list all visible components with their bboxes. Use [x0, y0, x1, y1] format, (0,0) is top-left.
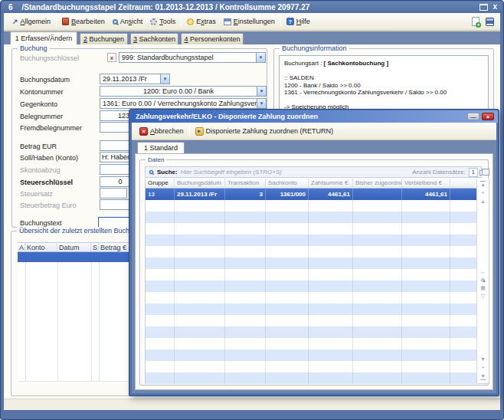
table-cell: [309, 269, 353, 281]
menu-item-tools[interactable]: Tools: [146, 16, 179, 27]
table-cell: [146, 258, 175, 269]
column-header[interactable]: Transaktion: [225, 179, 266, 188]
table-cell: [175, 315, 225, 326]
clear-icon[interactable]: x: [107, 53, 116, 62]
table-cell: [402, 326, 450, 338]
table-row[interactable]: [146, 246, 478, 258]
tab-4[interactable]: 4 Personenkonten: [181, 33, 244, 44]
steuerschluessel-label: Steuerschlüssel: [20, 178, 98, 187]
table-cell: [225, 304, 266, 315]
table-row[interactable]: [146, 223, 478, 235]
copy-icon[interactable]: [479, 170, 486, 176]
chart-icon[interactable]: ▦: [480, 285, 486, 291]
table-row[interactable]: [146, 315, 478, 326]
table-cell: [402, 361, 450, 372]
menu-item-hilfe[interactable]: ?Hilfe: [283, 16, 314, 27]
column-header[interactable]: S: [91, 243, 99, 251]
table-row[interactable]: [146, 372, 478, 384]
dropdown-arrow-icon[interactable]: ▼: [257, 87, 266, 96]
restore-button[interactable]: [479, 4, 488, 11]
table-cell: [146, 223, 175, 235]
kontonummer-combobox[interactable]: 1200: Euro 0.00 / Bank ▼: [100, 86, 267, 97]
table-row[interactable]: [146, 338, 478, 349]
column-header[interactable]: Zahlsumme €: [309, 179, 353, 188]
table-cell: [225, 372, 266, 384]
window-number: 6: [8, 3, 13, 11]
menu-item-extras[interactable]: Extras: [183, 16, 220, 27]
filter-icon[interactable]: ▽: [481, 294, 485, 300]
table-row[interactable]: [146, 200, 478, 212]
table-cell: [146, 349, 175, 361]
menu-item-ansicht[interactable]: Ansicht: [109, 16, 147, 27]
column-header[interactable]: Bisher zugeordnet: [353, 179, 402, 188]
table-cell: [175, 281, 225, 292]
table-row[interactable]: [146, 212, 478, 223]
column-header[interactable]: Gruppe: [146, 179, 175, 188]
insert-row-icon[interactable]: +: [481, 190, 484, 196]
column-header[interactable]: A: [18, 243, 25, 251]
assign-button-label: Disponierte Zahlung zuordnen (RETURN): [206, 127, 334, 135]
table-row-selected[interactable]: 1329.11.2013 /Fr31361/0004461,614461,61: [146, 189, 478, 200]
column-header[interactable]: Konto: [25, 243, 57, 251]
dropdown-arrow-icon[interactable]: ▼: [160, 74, 169, 84]
column-header[interactable]: Verbleibend €: [402, 179, 450, 188]
close-button[interactable]: x: [493, 3, 497, 11]
menu-item-bearbeiten[interactable]: Bearbeiten: [58, 16, 109, 27]
table-row[interactable]: [146, 349, 478, 361]
menu-item-allgemein[interactable]: ↗Allgemein: [8, 16, 54, 27]
column-header[interactable]: Datum: [57, 243, 91, 251]
main-titlebar[interactable]: 6 /Standardbuchungsstapel Zeitraum: 01.2…: [2, 2, 502, 13]
table-row[interactable]: [146, 304, 478, 315]
buchungsinformation-legend: Buchungsinformation: [280, 44, 349, 53]
column-header[interactable]: Sachkonto: [266, 179, 309, 188]
assign-payment-button[interactable]: ▸ Disponierte Zahlung zuordnen (RETURN): [191, 126, 338, 137]
table-cell: [450, 326, 478, 338]
append-row-icon[interactable]: +: [481, 365, 484, 371]
steuersatz-input[interactable]: [100, 188, 127, 199]
dialog-body: 1 Standard Daten Suche: Hier Suchbegriff…: [132, 140, 496, 393]
search-icon[interactable]: [481, 278, 485, 282]
dropdown-arrow-icon[interactable]: ▼: [256, 53, 265, 62]
buchungsdatum-combobox[interactable]: 29.11.2013 /Fr ▼: [100, 74, 170, 84]
table-row[interactable]: [146, 292, 478, 304]
scroll-first-icon[interactable]: ▲: [480, 181, 486, 188]
dialog-close-button[interactable]: ×: [482, 113, 494, 120]
table-cell: [402, 304, 450, 315]
column-width-icon[interactable]: ↔: [480, 269, 486, 275]
table-row[interactable]: [146, 235, 478, 246]
steuersatz-label: Steuersatz: [20, 189, 98, 199]
table-cell: [402, 235, 450, 246]
table-row[interactable]: [146, 281, 478, 292]
scroll-last-icon[interactable]: ▼: [480, 373, 486, 380]
table-row[interactable]: [146, 326, 478, 338]
cancel-button[interactable]: × Abbrechen: [136, 126, 188, 137]
buchungsschluessel-combobox[interactable]: 999: Standardbuchungsstapel ▼: [119, 52, 266, 63]
table-cell: [353, 258, 402, 269]
info-line: [284, 97, 483, 104]
table-cell: [225, 315, 266, 326]
scroll-down-icon[interactable]: ▼: [480, 356, 486, 363]
menu-item-einstellungen[interactable]: Einstellungen: [220, 16, 279, 27]
table-row[interactable]: [146, 269, 478, 281]
table-cell: [225, 223, 266, 235]
table-row[interactable]: [146, 258, 478, 269]
grid-line: [91, 262, 92, 381]
menu-separator: [56, 16, 57, 27]
new-document-icon[interactable]: +: [472, 17, 479, 26]
search-bar[interactable]: Suche: Hier Suchbegriff eingeben (STRG+S…: [145, 166, 482, 178]
dialog-titlebar[interactable]: Zahlungsverkehr/ELKO - Disponierte Zahlu…: [130, 110, 498, 123]
dialog-toolbar: × Abbrechen ▸ Disponierte Zahlung zuordn…: [132, 123, 496, 140]
dropdown-arrow-icon[interactable]: ▼: [257, 99, 266, 108]
table-row[interactable]: [146, 361, 478, 372]
column-header[interactable]: [450, 179, 478, 188]
scroll-up-icon[interactable]: ▲: [480, 199, 486, 205]
dialog-pin-button[interactable]: —: [467, 113, 479, 120]
gegenkonto-combobox[interactable]: 1361: Euro 0.00 / Verrechnungskonto Zahl…: [100, 98, 267, 109]
tab-3[interactable]: 3 Sachkonten: [130, 33, 178, 44]
save-icon[interactable]: [486, 18, 494, 26]
column-header[interactable]: Buchungsdatum: [175, 179, 225, 188]
tab-standard[interactable]: 1 Standard: [137, 142, 185, 153]
tab-2[interactable]: 2 Buchungen: [80, 33, 128, 44]
tab-1[interactable]: 1 Erfassen/Ändern: [10, 31, 77, 44]
info-line: :: SALDEN: [284, 74, 483, 82]
